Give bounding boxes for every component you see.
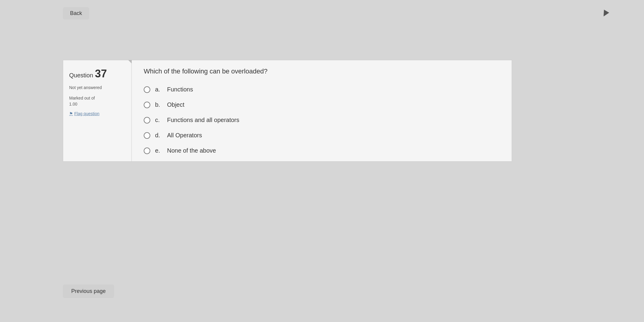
option-d-text: All Operators xyxy=(167,132,202,139)
main-container: Question 37 Not yet answered Marked out … xyxy=(63,60,512,162)
question-text: Which of the following can be overloaded… xyxy=(144,67,500,75)
option-c-radio[interactable] xyxy=(144,117,150,124)
option-a[interactable]: a. Functions xyxy=(144,86,500,93)
option-e[interactable]: e. None of the above xyxy=(144,147,500,154)
option-d-letter: d. xyxy=(155,132,162,139)
option-c-text: Functions and all operators xyxy=(167,117,239,124)
option-b[interactable]: b. Object xyxy=(144,101,500,108)
cursor-icon xyxy=(601,10,609,18)
option-c-letter: c. xyxy=(155,117,162,124)
back-button[interactable]: Back xyxy=(63,7,89,19)
question-status: Not yet answered xyxy=(69,85,125,91)
flag-question-link[interactable]: ⚑ Flag question xyxy=(69,111,125,116)
flag-icon: ⚑ xyxy=(69,111,73,116)
question-number: 37 xyxy=(95,67,107,80)
option-c[interactable]: c. Functions and all operators xyxy=(144,117,500,124)
question-word: Question xyxy=(69,72,93,79)
previous-page-button[interactable]: Previous page xyxy=(63,285,114,298)
options-list: a. Functions b. Object c. Functions and … xyxy=(144,86,500,154)
option-e-text: None of the above xyxy=(167,147,216,154)
question-info-box: Question 37 Not yet answered Marked out … xyxy=(63,60,132,162)
marked-value: 1.00 xyxy=(69,102,125,106)
question-content: Which of the following can be overloaded… xyxy=(132,60,512,162)
option-b-radio[interactable] xyxy=(144,102,150,108)
question-label: Question 37 xyxy=(69,67,125,80)
option-a-letter: a. xyxy=(155,86,162,93)
option-d-radio[interactable] xyxy=(144,132,150,139)
flag-question-label: Flag question xyxy=(74,111,99,116)
option-e-letter: e. xyxy=(155,147,162,154)
option-d[interactable]: d. All Operators xyxy=(144,132,500,139)
marked-out-label: Marked out of xyxy=(69,96,125,100)
option-a-radio[interactable] xyxy=(144,86,150,93)
corner-decoration xyxy=(128,60,132,64)
option-e-radio[interactable] xyxy=(144,148,150,154)
option-b-text: Object xyxy=(167,101,184,108)
option-a-text: Functions xyxy=(167,86,193,93)
option-b-letter: b. xyxy=(155,101,162,108)
